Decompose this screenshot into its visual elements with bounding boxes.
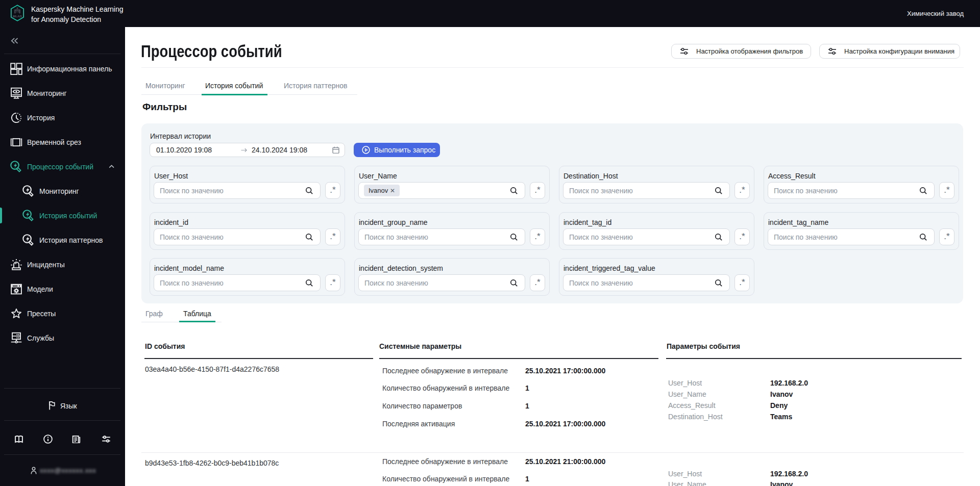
svg-text:MLAD: MLAD — [13, 14, 22, 18]
